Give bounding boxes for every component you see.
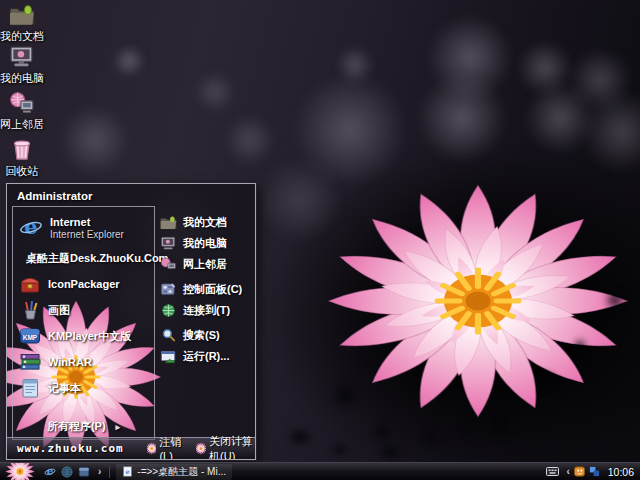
bokeh-light-circle xyxy=(195,72,235,112)
quick-launch-show-desktop[interactable] xyxy=(61,466,73,478)
ink-splash xyxy=(329,383,361,407)
log-off-label: 注销(L) xyxy=(159,435,182,460)
item-label: 桌酷主题Desk.ZhuoKu.Com xyxy=(26,252,168,265)
taskbar-separator xyxy=(109,466,110,478)
run-icon xyxy=(160,349,177,364)
globe-icon xyxy=(61,466,73,478)
start-menu-item-run[interactable]: 运行(R)... xyxy=(157,346,253,366)
zhuoku-website-link[interactable]: www.zhuoku.com xyxy=(17,442,124,455)
submenu-arrow-icon: ▸ xyxy=(116,422,121,432)
ink-splash xyxy=(536,371,558,389)
start-menu-item-internet[interactable]: e Internet Internet Explorer xyxy=(13,211,154,245)
item-label: 运行(R)... xyxy=(183,349,229,364)
start-menu-item-zhuoku-theme[interactable]: 桌酷主题Desk.ZhuoKu.Com xyxy=(13,245,154,271)
search-icon xyxy=(160,328,177,343)
ink-splash xyxy=(572,338,588,352)
window-icon xyxy=(78,466,90,478)
my-computer-icon xyxy=(160,236,177,251)
task-button-label: -=>>桌酷主题 - Mi... xyxy=(137,465,226,479)
control-panel-icon xyxy=(160,282,177,297)
lotus-flower-wallpaper xyxy=(323,181,633,421)
internet-explorer-icon: e xyxy=(44,466,56,478)
start-menu-footer: www.zhuoku.com 注销(L) 关闭计算机(U) xyxy=(7,437,255,459)
start-menu-item-search[interactable]: 搜索(S) xyxy=(157,325,253,345)
start-menu-item-notepad[interactable]: 记事本 xyxy=(13,375,154,401)
bokeh-light-circle xyxy=(61,106,129,174)
quick-launch-media-player[interactable] xyxy=(78,466,90,478)
lotus-start-icon xyxy=(5,463,35,480)
taskbar: e › e -=>>桌酷主题 - Mi... xyxy=(0,462,640,480)
ink-splash xyxy=(282,430,318,444)
bokeh-light-circle xyxy=(117,47,143,73)
winrar-icon xyxy=(19,351,41,373)
desktop-icon-network-places[interactable]: 网上邻居 xyxy=(0,91,54,132)
language-keyboard-icon[interactable] xyxy=(546,467,559,476)
my-documents-icon xyxy=(160,215,177,230)
start-menu-item-network-places[interactable]: 网上邻居 xyxy=(157,254,253,274)
start-menu: Administrator e Internet Internet Explor… xyxy=(6,183,256,460)
start-menu-item-connect-to[interactable]: 连接到(T) ▶ xyxy=(157,300,253,320)
start-menu-item-paint[interactable]: 画图 xyxy=(13,297,154,323)
item-label: IconPackager xyxy=(48,278,120,291)
start-menu-item-winrar[interactable]: WinRAR xyxy=(13,349,154,375)
start-menu-item-my-computer[interactable]: 我的电脑 xyxy=(157,233,253,253)
svg-text:KMP: KMP xyxy=(23,334,38,341)
task-button-zhuoku[interactable]: e -=>>桌酷主题 - Mi... xyxy=(116,464,232,480)
desktop-icon-recycle-bin[interactable]: 回收站 xyxy=(0,138,54,179)
lotus-shutdown-icon xyxy=(196,442,206,455)
bokeh-light-circle xyxy=(258,158,342,242)
item-label: 控制面板(C) xyxy=(183,282,242,297)
notepad-icon xyxy=(19,377,41,399)
ink-splash xyxy=(328,445,352,455)
start-menu-item-my-documents[interactable]: 我的文档 xyxy=(157,212,253,232)
quick-launch-bar: e › xyxy=(44,466,101,478)
webpage-icon: e xyxy=(122,466,133,477)
log-off-button[interactable]: 注销(L) xyxy=(147,435,183,460)
network-places-icon xyxy=(160,257,177,272)
svg-text:e: e xyxy=(47,466,54,477)
shutdown-button[interactable]: 关闭计算机(U) xyxy=(196,434,255,461)
desktop-icon-my-computer[interactable]: 我的电脑 xyxy=(0,45,54,86)
connect-to-icon xyxy=(160,303,177,318)
desktop-icon-label: 我的文档 xyxy=(0,29,44,44)
internet-explorer-icon: e xyxy=(19,216,43,240)
start-button[interactable] xyxy=(4,463,36,480)
ink-splash xyxy=(482,412,518,438)
item-label: KMPlayer中文版 xyxy=(48,330,131,343)
desktop-icon-label: 网上邻居 xyxy=(0,117,44,132)
shutdown-label: 关闭计算机(U) xyxy=(209,434,255,461)
svg-text:e: e xyxy=(126,468,130,476)
ink-splash xyxy=(371,424,393,440)
desktop-icon-my-documents[interactable]: 我的文档 xyxy=(0,3,54,44)
start-menu-system-list: 我的文档 我的电脑 网上邻居 xyxy=(157,212,253,367)
tray-collapse-chevron-icon[interactable]: ‹ xyxy=(566,466,569,477)
network-places-icon xyxy=(9,91,35,115)
item-label: WinRAR xyxy=(48,356,92,369)
iconpackager-icon xyxy=(19,273,41,295)
paint-icon xyxy=(19,299,41,321)
item-label: 记事本 xyxy=(48,382,81,395)
taskbar-clock[interactable]: 10:06 xyxy=(608,466,634,478)
quick-launch-expand-chevron-icon[interactable]: › xyxy=(98,466,101,477)
ink-splash xyxy=(463,424,477,436)
all-programs-button[interactable]: 所有程序(P)▸ xyxy=(13,419,154,434)
quick-launch-internet-explorer[interactable]: e xyxy=(44,466,56,478)
start-menu-user-name: Administrator xyxy=(17,190,92,202)
item-label: Internet xyxy=(50,216,124,229)
svg-text:e: e xyxy=(24,216,37,239)
tray-messenger-icon[interactable] xyxy=(574,466,585,477)
item-sublabel: Internet Explorer xyxy=(50,229,124,241)
ink-splash xyxy=(602,290,628,310)
item-label: 搜索(S) xyxy=(183,328,220,343)
item-label: 我的文档 xyxy=(183,215,227,230)
ink-splash xyxy=(374,446,406,458)
ink-splash xyxy=(421,430,439,444)
start-menu-item-iconpackager[interactable]: IconPackager xyxy=(13,271,154,297)
tray-windows-update-icon[interactable] xyxy=(589,466,600,477)
kmplayer-icon: KMP xyxy=(19,325,41,347)
all-programs-label: 所有程序(P) xyxy=(47,420,106,432)
item-label: 我的电脑 xyxy=(183,236,227,251)
bokeh-light-circle xyxy=(225,115,275,165)
start-menu-item-control-panel[interactable]: 控制面板(C) xyxy=(157,279,253,299)
start-menu-item-kmplayer[interactable]: KMP KMPlayer中文版 xyxy=(13,323,154,349)
